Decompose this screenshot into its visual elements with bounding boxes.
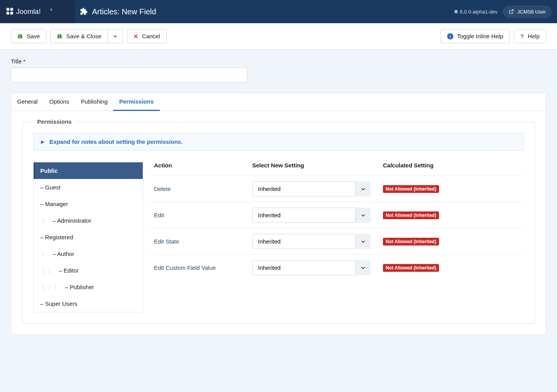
tree-indent-icon: ⋮	[40, 251, 46, 257]
save-close-group: Save & Close	[50, 29, 123, 43]
col-action: Action	[154, 162, 252, 169]
permission-row: EditInheritedNot Allowed (Inherited)	[149, 202, 524, 228]
permission-row: Edit Custom Field ValueInheritedNot Allo…	[149, 254, 524, 281]
cancel-button[interactable]: ✕ Cancel	[127, 29, 167, 43]
group-label: – Registered	[40, 234, 73, 240]
svg-point-9	[456, 12, 458, 13]
tab-body-permissions: Permissions ► Expand for notes about set…	[11, 111, 546, 334]
col-select: Select New Setting	[252, 162, 383, 169]
group-label: – Super Users	[40, 300, 77, 307]
close-icon: ✕	[133, 33, 138, 39]
topbar-right: 6.0.0-alpha1-dev JCMS6 User	[454, 6, 557, 18]
user-menu[interactable]: JCMS6 User	[503, 6, 552, 18]
svg-point-1	[10, 8, 13, 11]
help-icon: ?	[520, 33, 524, 39]
svg-text:Joomla!: Joomla!	[16, 8, 41, 15]
main-content: Title * GeneralOptionsPublishingPermissi…	[0, 49, 557, 343]
permissions-header: Action Select New Setting Calculated Set…	[149, 162, 524, 176]
tree-indent-icon: ⋮	[46, 284, 52, 290]
tab-options[interactable]: Options	[43, 93, 75, 111]
group-label: – Administrator	[53, 217, 91, 224]
joomla-tiny-icon	[454, 9, 458, 14]
group-label: – Manager	[40, 201, 68, 207]
permissions-layout: Public– Guest– Manager⋮– Administrator– …	[33, 162, 524, 312]
top-bar: Joomla! ® Articles: New Field 6.0.0-alph…	[0, 0, 557, 23]
group-tab[interactable]: – Guest	[34, 179, 143, 196]
tree-indent-icon: ⋮	[53, 284, 58, 290]
action-name: Edit Custom Field Value	[154, 264, 252, 271]
calculated-badge: Not Allowed (Inherited)	[383, 185, 439, 193]
fieldset-legend: Permissions	[32, 118, 77, 125]
svg-point-6	[454, 10, 456, 12]
action-name: Delete	[154, 186, 252, 192]
save-icon	[17, 34, 23, 39]
permission-select[interactable]: Inherited	[252, 208, 371, 223]
toggle-inline-help-button[interactable]: i Toggle Inline Help	[441, 29, 510, 43]
tree-indent-icon: ⋮	[40, 268, 46, 274]
group-tab[interactable]: ⋮– Author	[34, 245, 143, 262]
tab-permissions[interactable]: Permissions	[113, 93, 159, 111]
version-link[interactable]: 6.0.0-alpha1-dev	[454, 9, 498, 15]
group-label: – Guest	[40, 184, 61, 191]
page-title-block: Articles: New Field	[75, 7, 156, 16]
group-label: – Publisher	[65, 284, 94, 290]
chevron-down-icon	[113, 34, 118, 39]
info-icon: i	[447, 33, 453, 39]
svg-point-2	[6, 12, 9, 15]
svg-point-7	[456, 10, 458, 12]
calculated-badge: Not Allowed (Inherited)	[383, 264, 439, 272]
tab-publishing[interactable]: Publishing	[75, 93, 113, 111]
col-calc: Calculated Setting	[383, 162, 518, 169]
puzzle-icon	[80, 7, 88, 16]
permission-row: DeleteInheritedNot Allowed (Inherited)	[149, 176, 524, 202]
tab-general[interactable]: General	[11, 93, 43, 111]
joomla-logo-icon: Joomla! ®	[5, 6, 56, 17]
title-input[interactable]	[11, 68, 248, 83]
brand-logo[interactable]: Joomla! ®	[0, 0, 75, 23]
save-close-dropdown[interactable]	[108, 29, 123, 43]
svg-text:®: ®	[50, 9, 52, 11]
calculated-badge: Not Allowed (Inherited)	[383, 211, 439, 219]
svg-point-8	[454, 12, 456, 13]
group-tabs: Public– Guest– Manager⋮– Administrator– …	[33, 162, 143, 312]
permission-select[interactable]: Inherited	[252, 234, 371, 249]
collapse-arrow-icon: ►	[40, 138, 46, 145]
group-tab[interactable]: ⋮⋮– Editor	[34, 262, 143, 279]
save-button[interactable]: Save	[11, 29, 46, 43]
svg-point-3	[10, 12, 13, 15]
save-close-button[interactable]: Save & Close	[50, 29, 108, 43]
page-title: Articles: New Field	[92, 7, 156, 16]
group-label: – Editor	[59, 267, 79, 274]
external-link-icon	[509, 9, 514, 14]
permission-select[interactable]: Inherited	[252, 260, 371, 275]
permission-select[interactable]: Inherited	[252, 181, 371, 196]
permission-row: Edit StateInheritedNot Allowed (Inherite…	[149, 228, 524, 254]
calculated-badge: Not Allowed (Inherited)	[383, 238, 439, 245]
group-tab[interactable]: Public	[34, 162, 143, 179]
group-tab[interactable]: – Super Users	[34, 295, 143, 312]
svg-point-0	[6, 8, 9, 11]
permissions-table: Action Select New Setting Calculated Set…	[149, 162, 524, 312]
group-tab[interactable]: ⋮– Administrator	[34, 212, 143, 229]
toolbar: Save Save & Close ✕ Cancel i Toggle Inli…	[0, 23, 557, 49]
group-label: – Author	[53, 251, 74, 257]
action-name: Edit State	[154, 238, 252, 245]
permissions-fieldset: Permissions ► Expand for notes about set…	[22, 122, 535, 324]
tabs-container: GeneralOptionsPublishingPermissions Perm…	[11, 93, 546, 335]
title-label: Title *	[11, 58, 546, 65]
group-label: Public	[40, 167, 58, 174]
group-tab[interactable]: – Manager	[34, 196, 143, 212]
group-tab[interactable]: – Registered	[34, 229, 143, 245]
save-icon	[57, 34, 62, 39]
group-tab[interactable]: ⋮⋮⋮– Publisher	[34, 279, 143, 295]
help-button[interactable]: ? Help	[514, 29, 546, 43]
tree-indent-icon: ⋮	[40, 284, 46, 290]
tree-indent-icon: ⋮	[40, 218, 46, 224]
expand-notes-toggle[interactable]: ► Expand for notes about setting the per…	[33, 133, 524, 150]
tree-indent-icon: ⋮	[46, 268, 52, 274]
action-name: Edit	[154, 212, 252, 218]
tab-nav: GeneralOptionsPublishingPermissions	[11, 93, 546, 111]
